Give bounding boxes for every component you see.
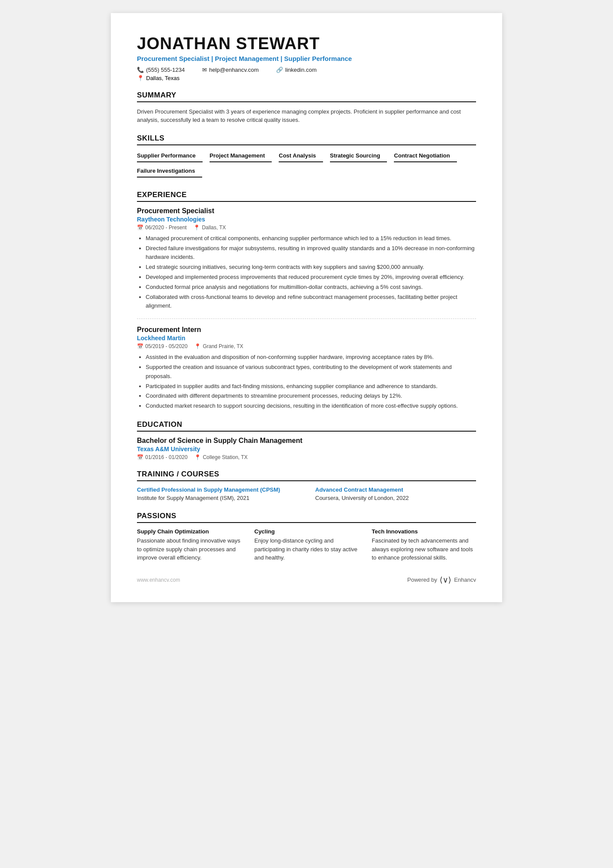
powered-by-label: Powered by [407, 576, 437, 583]
header: JONATHAN STEWART Procurement Specialist … [137, 35, 476, 81]
experience-section: EXPERIENCE Procurement Specialist Raythe… [137, 191, 476, 411]
skill-item: Cost Analysis [279, 151, 323, 162]
bullet-item: Coordinated with different departments t… [146, 392, 476, 401]
passion-title: Cycling [254, 528, 359, 535]
job-title: Procurement Intern [137, 326, 476, 334]
training-name: Advanced Contract Management [315, 486, 476, 493]
training-heading: TRAINING / COURSES [137, 470, 476, 481]
degree-title: Bachelor of Science in Supply Chain Mana… [137, 437, 476, 445]
skill-item: Contract Negotiation [394, 151, 457, 162]
candidate-title: Procurement Specialist | Project Managem… [137, 55, 476, 62]
calendar-icon: 📅 [137, 343, 143, 349]
passions-section: PASSIONS Supply Chain Optimization Passi… [137, 512, 476, 562]
job-block: Procurement Intern Lockheed Martin 📅 05/… [137, 326, 476, 411]
map-icon: 📍 [194, 343, 201, 349]
education-section: EDUCATION Bachelor of Science in Supply … [137, 420, 476, 460]
school-name: Texas A&M University [137, 446, 476, 452]
skill-item: Project Management [210, 151, 272, 162]
passion-item: Supply Chain Optimization Passionate abo… [137, 528, 241, 562]
skill-item: Strategic Sourcing [330, 151, 387, 162]
enhancv-icon: ⟨∨⟩ [440, 575, 451, 585]
edu-location-icon: 📍 [194, 454, 201, 460]
passion-title: Tech Innovations [372, 528, 476, 535]
candidate-name: JONATHAN STEWART [137, 35, 476, 53]
jobs-container: Procurement Specialist Raytheon Technolo… [137, 207, 476, 411]
skills-heading: SKILLS [137, 134, 476, 145]
passion-text: Passionate about finding innovative ways… [137, 536, 241, 562]
bullet-item: Conducted formal price analysis and nego… [146, 283, 476, 292]
summary-text: Driven Procurement Specialist with 3 yea… [137, 107, 476, 124]
training-item: Certified Professional in Supply Managem… [137, 486, 298, 503]
resume-page: JONATHAN STEWART Procurement Specialist … [111, 13, 502, 602]
edu-dates: 📅 01/2016 - 01/2020 [137, 454, 187, 460]
job-block: Procurement Specialist Raytheon Technolo… [137, 207, 476, 319]
linkedin-contact: 🔗 linkedin.com [276, 67, 316, 73]
linkedin-icon: 🔗 [276, 67, 283, 73]
passion-text: Enjoy long-distance cycling and particip… [254, 536, 359, 562]
passion-title: Supply Chain Optimization [137, 528, 241, 535]
website-url: www.enhancv.com [137, 577, 180, 583]
training-grid: Certified Professional in Supply Managem… [137, 486, 476, 503]
page-footer: www.enhancv.com Powered by ⟨∨⟩ Enhancv [137, 575, 476, 585]
map-icon: 📍 [193, 225, 200, 231]
job-dates: 📅 06/2020 - Present [137, 225, 187, 231]
job-bullets: Managed procurement of critical componen… [137, 234, 476, 311]
summary-section: SUMMARY Driven Procurement Specialist wi… [137, 91, 476, 124]
job-location: 📍 Dallas, TX [193, 225, 226, 231]
bullet-item: Assisted in the evaluation and dispositi… [146, 353, 476, 362]
bullet-item: Led strategic sourcing initiatives, secu… [146, 263, 476, 272]
email-icon: ✉ [202, 67, 207, 73]
brand-name: Enhancv [454, 576, 476, 583]
powered-by: Powered by ⟨∨⟩ Enhancv [407, 575, 476, 585]
job-meta: 📅 05/2019 - 05/2020 📍 Grand Prairie, TX [137, 343, 476, 349]
skill-item: Supplier Performance [137, 151, 203, 162]
training-detail: Institute for Supply Management (ISM), 2… [137, 494, 298, 503]
edu-calendar-icon: 📅 [137, 454, 143, 460]
company-name: Lockheed Martin [137, 335, 476, 342]
calendar-icon: 📅 [137, 225, 143, 231]
edu-location: 📍 College Station, TX [194, 454, 247, 460]
bullet-item: Managed procurement of critical componen… [146, 234, 476, 243]
bullet-item: Collaborated with cross-functional teams… [146, 293, 476, 311]
skills-section: SKILLS Supplier PerformanceProject Manag… [137, 134, 476, 181]
passion-text: Fascinated by tech advancements and alwa… [372, 536, 476, 562]
training-detail: Coursera, University of London, 2022 [315, 494, 476, 503]
email-address: help@enhancv.com [209, 67, 259, 73]
location-text: Dallas, Texas [146, 75, 180, 81]
phone-contact: 📞 (555) 555-1234 [137, 67, 185, 73]
bullet-item: Conducted market research to support sou… [146, 402, 476, 411]
passion-item: Tech Innovations Fascinated by tech adva… [372, 528, 476, 562]
skill-item: Failure Investigations [137, 166, 202, 178]
phone-icon: 📞 [137, 67, 144, 73]
education-heading: EDUCATION [137, 420, 476, 432]
company-name: Raytheon Technologies [137, 216, 476, 223]
skills-list: Supplier PerformanceProject ManagementCo… [137, 151, 476, 181]
contact-row: 📞 (555) 555-1234 ✉ help@enhancv.com 🔗 li… [137, 67, 476, 73]
bullet-item: Directed failure investigations for majo… [146, 244, 476, 262]
job-title: Procurement Specialist [137, 207, 476, 215]
bullet-item: Participated in supplier audits and fact… [146, 382, 476, 391]
linkedin-url: linkedin.com [285, 67, 316, 73]
training-item: Advanced Contract Management Coursera, U… [315, 486, 476, 503]
bullet-item: Supported the creation and issuance of v… [146, 363, 476, 381]
passions-heading: PASSIONS [137, 512, 476, 523]
job-bullets: Assisted in the evaluation and dispositi… [137, 353, 476, 411]
email-contact: ✉ help@enhancv.com [202, 67, 259, 73]
training-name: Certified Professional in Supply Managem… [137, 486, 298, 493]
phone-number: (555) 555-1234 [146, 67, 185, 73]
edu-meta: 📅 01/2016 - 01/2020 📍 College Station, T… [137, 454, 476, 460]
location-icon: 📍 [137, 75, 144, 81]
passion-item: Cycling Enjoy long-distance cycling and … [254, 528, 359, 562]
job-location: 📍 Grand Prairie, TX [194, 343, 243, 349]
experience-heading: EXPERIENCE [137, 191, 476, 202]
job-dates: 📅 05/2019 - 05/2020 [137, 343, 187, 349]
bullet-item: Developed and implemented process improv… [146, 273, 476, 282]
passions-grid: Supply Chain Optimization Passionate abo… [137, 528, 476, 562]
summary-heading: SUMMARY [137, 91, 476, 102]
job-meta: 📅 06/2020 - Present 📍 Dallas, TX [137, 225, 476, 231]
training-section: TRAINING / COURSES Certified Professiona… [137, 470, 476, 503]
location-row: 📍 Dallas, Texas [137, 75, 476, 81]
